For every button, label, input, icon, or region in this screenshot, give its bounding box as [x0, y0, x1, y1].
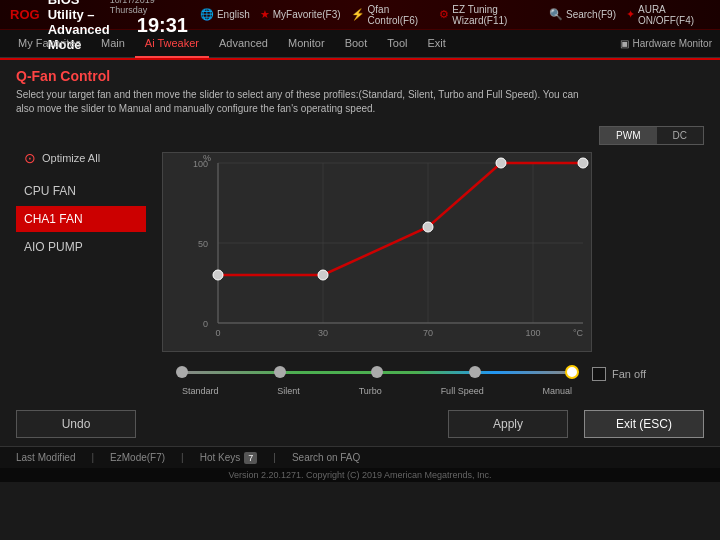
exit-button[interactable]: Exit (ESC): [584, 410, 704, 438]
svg-text:°C: °C: [573, 328, 584, 338]
aura-icon: ✦: [626, 8, 635, 21]
header-tools: 🌐 English ★ MyFavorite(F3) ⚡ Qfan Contro…: [200, 4, 710, 26]
fan-off-area: Fan off: [592, 367, 646, 381]
header: ROG UEFI BIOS Utility – Advanced Mode 10…: [0, 0, 720, 60]
svg-point-19: [318, 270, 328, 280]
nav-advanced[interactable]: Advanced: [209, 30, 278, 58]
optimize-all-label: Optimize All: [42, 152, 100, 164]
slider-container: Fan off: [182, 362, 704, 382]
tool-qfan[interactable]: ⚡ Qfan Control(F6): [351, 4, 430, 26]
nav-monitor[interactable]: Monitor: [278, 30, 335, 58]
slider-labels: Standard Silent Turbo Full Speed Manual: [182, 386, 572, 396]
section-title: Q-Fan Control: [16, 68, 704, 84]
tool-language[interactable]: 🌐 English: [200, 8, 250, 21]
apply-button[interactable]: Apply: [448, 410, 568, 438]
svg-text:0: 0: [203, 319, 208, 329]
qfan-icon: ⚡: [351, 8, 365, 21]
svg-text:100: 100: [525, 328, 540, 338]
tool-search[interactable]: 🔍 Search(F9): [549, 8, 616, 21]
nav-myfavorites[interactable]: My Favorites: [8, 30, 91, 58]
fan-off-label: Fan off: [612, 368, 646, 380]
nav-tool[interactable]: Tool: [377, 30, 417, 58]
version-bar: Version 2.20.1271. Copyright (C) 2019 Am…: [0, 468, 720, 482]
slider-dot-fullspeed[interactable]: [469, 366, 481, 378]
qfan-label: Qfan Control(F6): [368, 4, 430, 26]
nav-hardware-monitor[interactable]: ▣ Hardware Monitor: [620, 38, 712, 49]
slider-dot-standard[interactable]: [176, 366, 188, 378]
main-content: Q-Fan Control Select your target fan and…: [0, 60, 720, 402]
search-faq-item[interactable]: Search on FAQ: [292, 452, 360, 463]
tool-eztuning[interactable]: ⚙ EZ Tuning Wizard(F11): [439, 4, 539, 26]
fan-chart: 100 50 0 % 0 30 70 100 °C: [162, 152, 592, 352]
fan-item-aio[interactable]: AIO PUMP: [16, 234, 146, 260]
nav-boot[interactable]: Boot: [335, 30, 378, 58]
eztuning-icon: ⚙: [439, 8, 449, 21]
label-fullspeed: Full Speed: [441, 386, 484, 396]
fan-off-checkbox[interactable]: [592, 367, 606, 381]
nav-aitweaker[interactable]: Ai Tweaker: [135, 30, 209, 58]
header-top: ROG UEFI BIOS Utility – Advanced Mode 10…: [0, 0, 720, 30]
version-text: Version 2.20.1271. Copyright (C) 2019 Am…: [228, 470, 491, 480]
optimize-icon: ⊙: [24, 150, 36, 166]
svg-text:%: %: [203, 153, 211, 163]
slider-dot-turbo[interactable]: [371, 366, 383, 378]
footer: Last Modified | EzMode(F7) | Hot Keys 7 …: [0, 446, 720, 468]
label-standard: Standard: [182, 386, 219, 396]
slider-track: [182, 371, 572, 374]
eztuning-label: EZ Tuning Wizard(F11): [452, 4, 539, 26]
fan-item-cpu[interactable]: CPU FAN: [16, 178, 146, 204]
hotkeys-badge: 7: [244, 452, 257, 464]
svg-point-21: [496, 158, 506, 168]
nav-main[interactable]: Main: [91, 30, 135, 58]
rog-logo: ROG: [10, 7, 40, 22]
language-icon: 🌐: [200, 8, 214, 21]
dc-button[interactable]: DC: [657, 127, 703, 144]
svg-point-18: [213, 270, 223, 280]
hotkeys-label: Hot Keys: [200, 452, 241, 463]
fan-item-cha1[interactable]: CHA1 FAN: [16, 206, 146, 232]
search-icon: 🔍: [549, 8, 563, 21]
svg-text:50: 50: [198, 239, 208, 249]
hotkeys-item: Hot Keys 7: [200, 452, 258, 464]
hardware-monitor-icon: ▣: [620, 38, 629, 49]
undo-button[interactable]: Undo: [16, 410, 136, 438]
svg-text:70: 70: [423, 328, 433, 338]
language-label: English: [217, 9, 250, 20]
chart-wrap: 100 50 0 % 0 30 70 100 °C: [162, 152, 704, 352]
chart-container: PWM DC 100: [162, 126, 704, 396]
hardware-monitor-label: Hardware Monitor: [633, 38, 712, 49]
tool-aura[interactable]: ✦ AURA ON/OFF(F4): [626, 4, 710, 26]
svg-text:0: 0: [215, 328, 220, 338]
date-display: 10/17/2019 Thursday: [110, 0, 188, 15]
slider-section: Fan off Standard Silent Turbo Full Speed…: [162, 362, 704, 396]
nav-exit[interactable]: Exit: [417, 30, 455, 58]
ezmode-item[interactable]: EzMode(F7): [110, 452, 165, 463]
svg-text:30: 30: [318, 328, 328, 338]
tool-myfavorite[interactable]: ★ MyFavorite(F3): [260, 8, 341, 21]
favorite-icon: ★: [260, 8, 270, 21]
favorite-label: MyFavorite(F3): [273, 9, 341, 20]
svg-point-22: [578, 158, 588, 168]
buttons-row: Undo Apply Exit (ESC): [0, 402, 720, 446]
section-desc: Select your target fan and then move the…: [16, 88, 596, 116]
optimize-all-button[interactable]: ⊙ Optimize All: [16, 146, 146, 170]
aura-label: AURA ON/OFF(F4): [638, 4, 710, 26]
search-label: Search(F9): [566, 9, 616, 20]
fan-list: ⊙ Optimize All CPU FAN CHA1 FAN AIO PUMP: [16, 146, 146, 262]
slider-dot-manual[interactable]: [565, 365, 579, 379]
label-turbo: Turbo: [359, 386, 382, 396]
pwm-dc-toggle: PWM DC: [599, 126, 704, 145]
svg-point-20: [423, 222, 433, 232]
slider-dot-silent[interactable]: [274, 366, 286, 378]
last-modified-item: Last Modified: [16, 452, 75, 463]
fan-control-area: ⊙ Optimize All CPU FAN CHA1 FAN AIO PUMP…: [16, 126, 704, 396]
label-manual: Manual: [542, 386, 572, 396]
pwm-button[interactable]: PWM: [600, 127, 656, 144]
label-silent: Silent: [277, 386, 300, 396]
